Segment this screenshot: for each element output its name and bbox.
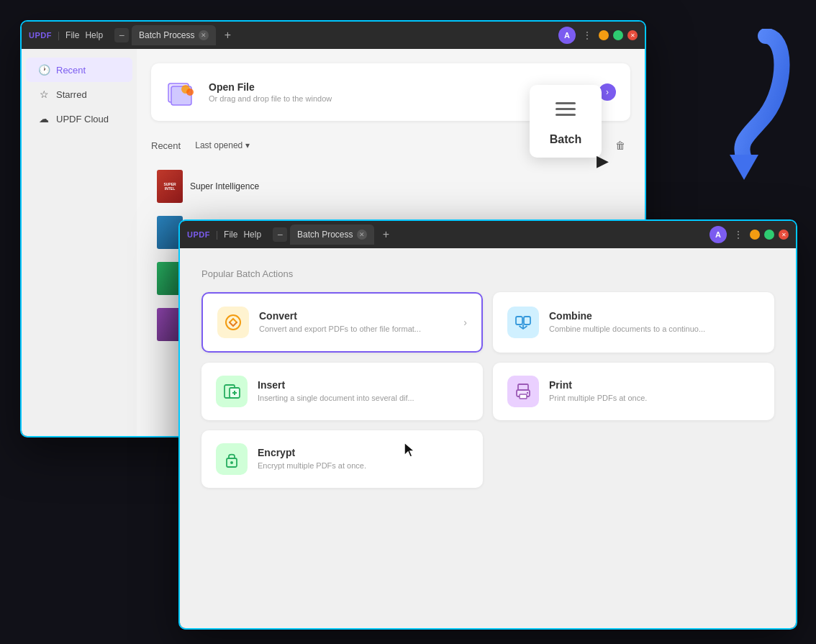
more-btn-back[interactable]: ⋮ — [580, 28, 594, 42]
menu-file-front[interactable]: File — [224, 230, 237, 240]
batch-tooltip-icon — [553, 96, 579, 127]
svg-point-8 — [226, 315, 240, 330]
avatar-front[interactable]: A — [710, 226, 727, 243]
svg-rect-18 — [520, 394, 527, 399]
convert-icon — [217, 307, 249, 338]
batch-cursor-arrow: ▶ — [597, 152, 609, 171]
recent-file-item-1[interactable]: SUPER INTEL Super Intelligence — [151, 165, 630, 207]
recent-title: Recent — [151, 140, 181, 151]
combine-text: Combine Combine multiple documents to a … — [549, 310, 705, 335]
batch-card-convert[interactable]: Convert Convert and export PDFs to other… — [201, 292, 483, 353]
svg-point-19 — [527, 392, 528, 394]
app-logo-back: UPDF — [29, 31, 52, 40]
sidebar-back: 🕐 Recent ☆ Starred ☁ UPDF Cloud — [22, 49, 137, 436]
recent-icon: 🕐 — [37, 63, 50, 76]
tab-minus-back[interactable]: − — [114, 28, 129, 42]
print-desc: Print multiple PDFs at once. — [549, 393, 647, 404]
menu-help-front[interactable]: Help — [243, 230, 261, 240]
tab-add-front[interactable]: + — [377, 226, 394, 243]
tab-batch-back[interactable]: Batch Process ✕ — [132, 25, 216, 45]
sidebar-item-starred[interactable]: ☆ Starred — [26, 82, 132, 106]
tab-close-front[interactable]: ✕ — [357, 230, 367, 240]
print-icon — [507, 376, 539, 407]
window-controls-front: A ⋮ ✕ — [710, 226, 789, 243]
delete-recent-btn[interactable]: 🗑 — [610, 135, 630, 155]
front-window: UPDF | File Help − Batch Process ✕ + A ⋮… — [178, 219, 797, 630]
insert-text: Insert Inserting a single document into … — [258, 379, 414, 404]
menu-help-back[interactable]: Help — [85, 30, 103, 40]
batch-card-print[interactable]: Print Print multiple PDFs at once. — [493, 363, 774, 420]
tab-add-back[interactable]: + — [219, 27, 236, 44]
encrypt-title: Encrypt — [258, 447, 366, 458]
tab-label-front: Batch Process — [297, 230, 353, 240]
maximize-btn-front[interactable] — [764, 230, 774, 240]
sep1: | — [58, 30, 60, 40]
batch-grid: Convert Convert and export PDFs to other… — [201, 292, 774, 488]
sidebar-item-cloud[interactable]: ☁ UPDF Cloud — [26, 106, 132, 131]
convert-desc: Convert and export PDFs to other file fo… — [259, 324, 421, 335]
encrypt-text: Encrypt Encrypt multiple PDFs at once. — [258, 447, 366, 471]
tab-area-front: − Batch Process ✕ + — [273, 221, 704, 248]
avatar-back[interactable]: A — [558, 27, 576, 44]
encrypt-icon — [216, 443, 248, 475]
batch-card-combine[interactable]: Combine Combine multiple documents to a … — [493, 292, 774, 353]
tab-minus-front[interactable]: − — [273, 227, 287, 242]
starred-icon: ☆ — [37, 88, 50, 101]
window-controls-back: A ⋮ ✕ — [558, 27, 638, 44]
filter-chevron-icon: ▾ — [245, 140, 250, 150]
print-title: Print — [549, 379, 647, 391]
svg-rect-10 — [524, 317, 530, 325]
svg-point-21 — [230, 461, 233, 464]
batch-section-title: Popular Batch Actions — [201, 268, 774, 279]
tab-area-back: − Batch Process ✕ + — [114, 22, 553, 49]
tab-label-back: Batch Process — [139, 30, 194, 40]
combine-desc: Combine multiple documents to a continuo… — [549, 324, 705, 335]
svg-rect-7 — [556, 114, 576, 116]
batch-card-encrypt[interactable]: Encrypt Encrypt multiple PDFs at once. — [201, 430, 483, 488]
svg-rect-5 — [556, 102, 576, 104]
batch-main: Popular Batch Actions Convert Convert an… — [180, 248, 796, 628]
convert-text: Convert Convert and export PDFs to other… — [259, 310, 421, 335]
combine-title: Combine — [549, 310, 705, 322]
sidebar-item-recent[interactable]: 🕐 Recent — [26, 58, 132, 82]
svg-rect-6 — [556, 108, 576, 110]
titlebar-back: UPDF | File Help − Batch Process ✕ + A ⋮… — [22, 22, 645, 49]
menu-file-back[interactable]: File — [65, 30, 79, 40]
close-btn-front[interactable]: ✕ — [779, 230, 789, 240]
svg-marker-0 — [730, 155, 758, 180]
recent-filter-label: Last opened — [195, 140, 242, 150]
minimize-btn-front[interactable] — [750, 230, 760, 240]
window-body-front: Popular Batch Actions Convert Convert an… — [180, 248, 796, 628]
batch-tooltip-label: Batch — [550, 133, 581, 146]
open-file-icon — [166, 76, 197, 108]
minimize-btn-back[interactable] — [599, 30, 609, 40]
open-file-subtitle: Or drag and drop file to the window — [209, 94, 332, 103]
maximize-btn-back[interactable] — [613, 30, 623, 40]
print-text: Print Print multiple PDFs at once. — [549, 379, 647, 404]
recent-filter-btn[interactable]: Last opened ▾ — [195, 140, 250, 150]
batch-tooltip: Batch ▶ — [530, 85, 602, 158]
tab-batch-front[interactable]: Batch Process ✕ — [290, 225, 374, 245]
insert-title: Insert — [258, 379, 414, 391]
insert-icon — [216, 376, 248, 407]
file-thumb-1: SUPER INTEL — [157, 170, 183, 203]
open-file-title: Open File — [209, 81, 332, 93]
convert-arrow-icon: › — [463, 317, 467, 328]
tab-close-back[interactable]: ✕ — [199, 30, 209, 40]
sidebar-label-cloud: UPDF Cloud — [56, 114, 109, 124]
batch-card-insert[interactable]: Insert Inserting a single document into … — [201, 363, 483, 420]
close-btn-back[interactable]: ✕ — [627, 30, 638, 40]
convert-title: Convert — [259, 310, 421, 322]
sidebar-label-starred: Starred — [56, 89, 87, 100]
combine-icon — [507, 307, 539, 338]
arrow-decoration — [708, 29, 794, 173]
insert-desc: Inserting a single document into several… — [258, 393, 414, 404]
more-btn-front[interactable]: ⋮ — [731, 227, 745, 242]
sep2: | — [216, 230, 218, 240]
open-file-text: Open File Or drag and drop file to the w… — [209, 81, 332, 103]
cloud-icon: ☁ — [37, 112, 50, 125]
sidebar-label-recent: Recent — [56, 65, 86, 76]
file-name-1: Super Intelligence — [190, 181, 259, 191]
encrypt-desc: Encrypt multiple PDFs at once. — [258, 461, 366, 471]
app-logo-front: UPDF — [187, 230, 210, 239]
